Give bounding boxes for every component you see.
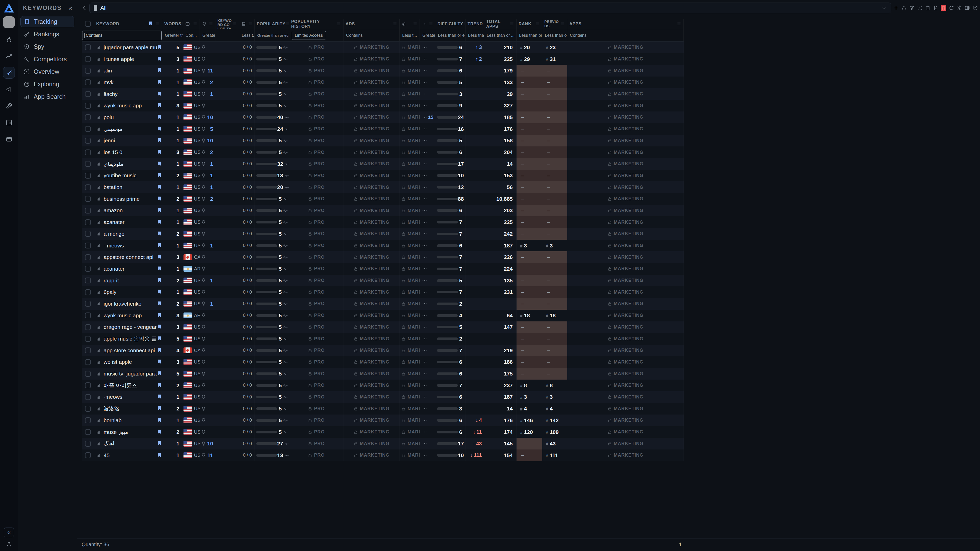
header-country[interactable] [183,19,200,29]
activity-icon[interactable] [283,301,288,306]
more-dots-icon[interactable] [422,301,427,306]
keyword-chart-icon[interactable] [96,348,101,353]
filter-color-tags[interactable] [215,29,239,41]
activity-icon[interactable] [283,243,288,248]
keyword-chart-icon[interactable] [96,150,101,155]
filter-apps[interactable]: Contains [567,29,684,41]
row-checkbox[interactable] [85,417,91,423]
activity-icon[interactable] [284,127,289,131]
table-row[interactable]: 애플 아이튠즈 2 US 0 / 0 5 PRO MARKETING MARKE… [82,380,684,391]
more-dots-icon[interactable] [422,196,427,202]
row-checkbox[interactable] [85,56,91,62]
bookmark-icon[interactable] [157,172,162,179]
bookmark-icon[interactable] [157,114,162,121]
bulb-icon[interactable] [201,220,206,225]
sidebar-item-rankings[interactable]: Rankings [21,29,74,40]
row-checkbox[interactable] [85,254,91,260]
more-dots-icon[interactable] [422,278,427,283]
table-row[interactable]: business prime 2 US 2 0 / 0 5 PRO MARKET… [82,193,684,205]
more-dots-icon[interactable] [422,371,427,376]
filter-more[interactable]: Greate... [420,29,435,41]
bookmark-icon[interactable] [157,56,162,62]
refresh-icon[interactable] [948,5,954,11]
row-checkbox[interactable] [85,79,91,85]
keyword-chart-icon[interactable] [96,418,101,423]
header-apps[interactable]: APPS [567,19,684,29]
keyword-chart-icon[interactable] [96,359,101,365]
column-menu-icon[interactable] [181,21,183,26]
column-menu-icon[interactable] [192,21,197,26]
members-icon[interactable] [901,5,907,11]
bookmark-icon[interactable] [157,406,162,412]
keyword-chart-icon[interactable] [96,161,101,167]
header-popularity-history[interactable]: POPULARITY HISTORY [289,19,344,29]
more-dots-icon[interactable] [422,91,427,97]
column-menu-icon[interactable] [413,21,417,26]
color-tags-cell[interactable] [215,333,239,345]
activity-icon[interactable] [283,372,288,376]
filter-popularity[interactable]: Greater than or equal to [255,29,289,41]
keyword-chart-icon[interactable] [96,289,101,295]
activity-icon[interactable] [283,208,288,213]
table-row[interactable]: 45 1 US 11 0 / 0 13 PRO MARKETING MARKET… [82,449,684,461]
help-icon[interactable] [972,5,978,11]
filter-ads-channel[interactable]: Less t... [400,29,420,41]
keyword-chart-icon[interactable] [96,406,101,411]
color-tags-cell[interactable] [215,368,239,380]
color-tags-cell[interactable] [215,403,239,414]
row-checkbox[interactable] [85,231,91,237]
table-row[interactable]: music tv -jugador para youtu 5 US 0 / 0 … [82,368,684,380]
more-dots-icon[interactable] [422,418,427,423]
color-tags-cell[interactable] [215,100,239,111]
color-tags-cell[interactable] [215,76,239,88]
activity-icon[interactable] [283,407,288,411]
bulb-icon[interactable] [201,313,206,318]
activity-icon[interactable] [283,348,288,353]
keyword-chart-icon[interactable] [96,383,101,388]
table-row[interactable]: wynk music app 3 AR 0 / 0 5 PRO MARKETIN… [82,310,684,321]
header-apps-ratio[interactable] [239,19,255,29]
column-menu-icon[interactable] [560,21,565,26]
row-checkbox[interactable] [85,289,91,295]
bulb-icon[interactable] [201,150,206,155]
bookmark-icon[interactable] [157,441,162,447]
table-row[interactable]: polu 1 US 10 0 / 0 40 PRO MARKETING MARK… [82,111,684,123]
activity-icon[interactable] [283,68,288,73]
keyword-chart-icon[interactable] [96,103,101,108]
activity-icon[interactable] [284,185,289,190]
color-tags-cell[interactable] [215,53,239,65]
row-checkbox[interactable] [85,161,91,167]
checkbox[interactable] [85,21,91,27]
color-tags-cell[interactable] [215,181,239,193]
color-tags-cell[interactable] [215,438,239,449]
table-row[interactable]: 6paly 1 US 0 / 0 5 PRO MARKETING MARKETI… [82,286,684,298]
more-dots-icon[interactable] [422,138,427,143]
bulb-icon[interactable] [201,289,206,295]
more-dots-icon[interactable] [422,336,427,341]
more-dots-icon[interactable] [422,126,427,132]
activity-icon[interactable] [283,220,288,225]
column-menu-icon[interactable] [155,21,160,26]
row-checkbox[interactable] [85,103,91,109]
more-dots-icon[interactable] [422,79,427,85]
bulb-icon[interactable] [201,254,206,260]
table-row[interactable]: šachy 1 US 1 0 / 0 5 PRO MARKETING MARKE… [82,88,684,100]
keyword-chart-icon[interactable] [96,220,101,225]
bookmark-icon[interactable] [157,138,162,144]
row-checkbox[interactable] [85,219,91,225]
bookmark-icon[interactable] [157,219,162,225]
bulb-icon[interactable] [201,91,206,97]
activity-icon[interactable] [283,395,288,400]
more-dots-icon[interactable] [422,441,427,446]
color-tags-cell[interactable] [215,205,239,217]
header-color-tags[interactable]: KEYWORD COLOR TAGS [215,19,239,29]
color-tags-cell[interactable] [215,321,239,333]
more-dots-icon[interactable] [422,243,427,248]
column-menu-icon[interactable] [285,21,289,26]
header-suggestions[interactable] [200,19,215,29]
header-ads[interactable]: ADS [344,19,400,29]
filter-keyword[interactable]: Contains [82,29,162,41]
keyword-chart-icon[interactable] [96,208,101,213]
color-tags-cell[interactable] [215,356,239,368]
row-checkbox[interactable] [85,243,91,248]
